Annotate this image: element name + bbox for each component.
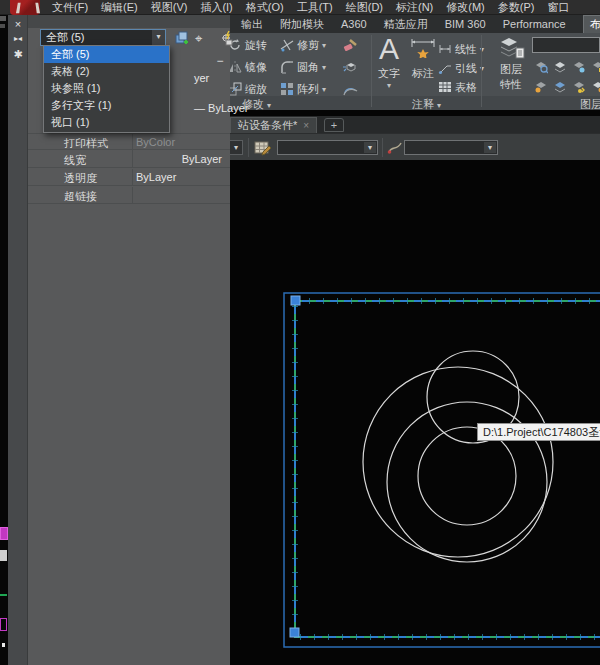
menu-modify[interactable]: 修改(M) [446, 0, 485, 15]
dropdown-option-table[interactable]: 表格 (2) [44, 63, 169, 80]
layer-prev-icon[interactable] [572, 80, 586, 94]
ribbon-tab-performance[interactable]: Performance [503, 18, 566, 30]
palette-close-icon[interactable]: × [8, 18, 28, 30]
pickadd-toggle-icon[interactable] [174, 30, 191, 46]
drawing-circles [363, 351, 553, 562]
new-drawing-tab-button[interactable]: + [324, 118, 344, 132]
linetype-icon[interactable] [387, 139, 403, 156]
viewport-highlight-line [295, 301, 600, 637]
ribbon-tab-layout-active[interactable]: 布局 [583, 15, 600, 34]
tab-close-icon[interactable]: × [303, 120, 309, 131]
dimension-button[interactable]: 标注 [408, 36, 438, 81]
dropdown-option-mtext[interactable]: 多行文字 (1) [44, 97, 169, 114]
erase-icon [342, 37, 358, 53]
menu-parametric[interactable]: 参数(P) [498, 0, 535, 15]
layer-properties-button[interactable]: 图层 特性 [494, 36, 528, 92]
menu-items: 文件(F) 编辑(E) 视图(V) 插入(I) 格式(O) 工具(T) 绘图(D… [52, 0, 569, 15]
linetype-dropdown[interactable]: ▾ [404, 140, 498, 155]
drawing-canvas[interactable]: D:\1.Project\C174803圣戈 [230, 160, 600, 665]
layer-tools-row1 [534, 60, 600, 74]
mirror-icon [228, 60, 242, 74]
dropdown-option-viewport[interactable]: 视口 (1) [44, 114, 169, 131]
transparency-value: ByLayer [136, 171, 226, 183]
fillet-icon [280, 60, 294, 74]
ribbon-tab-a360[interactable]: A360 [341, 18, 367, 30]
layer-state-icon[interactable] [591, 80, 600, 94]
select-objects-icon[interactable]: ⌖ [195, 31, 202, 47]
text-button[interactable]: A 文字 ▾ [374, 36, 404, 90]
layers-panel-label[interactable]: 图层 [580, 97, 600, 112]
menu-view[interactable]: 视图(V) [151, 0, 188, 15]
rotate-button[interactable]: 旋转 [228, 37, 267, 53]
layer-on-icon[interactable] [534, 80, 548, 94]
autocad-window: D:\1.Project\C174803圣戈 文件(F) 编辑(E) 视图(V)… [0, 0, 600, 665]
menu-insert[interactable]: 插入(I) [200, 0, 232, 15]
color-value-partial: yer [194, 72, 209, 84]
drawing-file-tab[interactable]: 站设备条件* × [230, 117, 317, 133]
array-icon [280, 82, 294, 96]
ribbon-tab-featured-apps[interactable]: 精选应用 [384, 17, 428, 32]
autocad-logo-icon[interactable] [10, 0, 40, 15]
dimension-icon [410, 36, 436, 58]
dropdown-option-blockref[interactable]: 块参照 (1) [44, 80, 169, 97]
panel-separator-2 [481, 35, 482, 107]
linear-dim-button[interactable]: 线性▾ [438, 41, 484, 57]
explode-icon [342, 59, 358, 75]
table-icon [438, 80, 452, 94]
leader-button[interactable]: 引线▾ [438, 60, 484, 76]
menu-edit[interactable]: 编辑(E) [101, 0, 138, 15]
transparency-row[interactable]: 透明度 ByLayer [28, 169, 230, 186]
hyperlink-row[interactable]: 超链接 [28, 187, 230, 204]
linetype-value-partial: — ByLayer [194, 102, 248, 114]
layer-lock-icon[interactable] [591, 60, 600, 74]
combo-arrow-icon[interactable]: ▾ [152, 30, 165, 45]
dropdown-option-all[interactable]: 全部 (5) [44, 46, 169, 63]
ribbon-tab-output[interactable]: 输出 [241, 17, 263, 32]
menu-tools[interactable]: 工具(T) [297, 0, 333, 15]
scale-icon [228, 82, 242, 96]
layer-dropdown[interactable]: ▾ [277, 140, 378, 155]
palette-settings-icon[interactable]: ✱ [8, 48, 28, 61]
leader-icon [438, 61, 452, 75]
ribbon-tab-bim360[interactable]: BIM 360 [445, 18, 486, 30]
plotstyle-value: ByColor [136, 136, 226, 148]
linear-dim-icon [438, 42, 452, 56]
menu-file[interactable]: 文件(F) [52, 0, 88, 15]
viewport-svg [230, 160, 600, 665]
quick-select-icon[interactable] [216, 30, 233, 46]
palette-titlebar[interactable]: × ▸◂ ✱ [8, 15, 28, 665]
table-button[interactable]: 表格 [438, 79, 477, 95]
properties-palette: × ▸◂ ✱ 全部 (5) ▾ ⌖ − yer — ByLayer 打印样 [8, 15, 230, 665]
palette-autohide-icon[interactable]: ▸◂ [8, 34, 28, 43]
trim-caret[interactable]: ▾ [322, 41, 326, 50]
layer-freeze-icon[interactable] [572, 60, 586, 74]
trim-icon [280, 38, 294, 52]
menu-format[interactable]: 格式(O) [246, 0, 284, 15]
menu-window[interactable]: 窗口 [547, 0, 569, 15]
menu-draw[interactable]: 绘图(D) [346, 0, 383, 15]
ribbon-tab-addins[interactable]: 附加模块 [280, 17, 324, 32]
fillet-caret[interactable]: ▾ [322, 63, 326, 72]
array-button[interactable]: 阵列▾ [280, 81, 326, 97]
annotate-panel-label[interactable]: 注释 ▾ [412, 97, 441, 112]
scale-button[interactable]: 缩放 [228, 81, 267, 97]
mirror-button[interactable]: 镜像 [228, 59, 267, 75]
object-filter-dropdown-list: 全部 (5) 表格 (2) 块参照 (1) 多行文字 (1) 视口 (1) [43, 45, 170, 133]
array-caret[interactable]: ▾ [322, 85, 326, 94]
plotstyle-row[interactable]: 打印样式 ByColor [28, 133, 230, 150]
drawing-fragment-white [2, 643, 5, 647]
layer-select-combo[interactable] [532, 37, 600, 53]
fillet-button[interactable]: 圆角▾ [280, 59, 326, 75]
offset-button[interactable] [342, 81, 358, 97]
menu-dimension[interactable]: 标注(N) [396, 0, 433, 15]
layer-settings-icon[interactable] [254, 139, 272, 156]
cropped-combo-arrow[interactable]: ▾ [229, 140, 243, 155]
lineweight-row[interactable]: 线宽 ByLayer [28, 151, 230, 168]
object-filter-combo[interactable]: 全部 (5) ▾ [40, 29, 166, 46]
layer-isolate-icon[interactable] [553, 60, 567, 74]
trim-button[interactable]: 修剪▾ [280, 37, 326, 53]
explode-button[interactable] [342, 59, 358, 75]
layer-match-icon[interactable] [553, 80, 567, 94]
erase-button[interactable] [342, 37, 358, 53]
layer-walk-icon[interactable] [534, 60, 548, 74]
